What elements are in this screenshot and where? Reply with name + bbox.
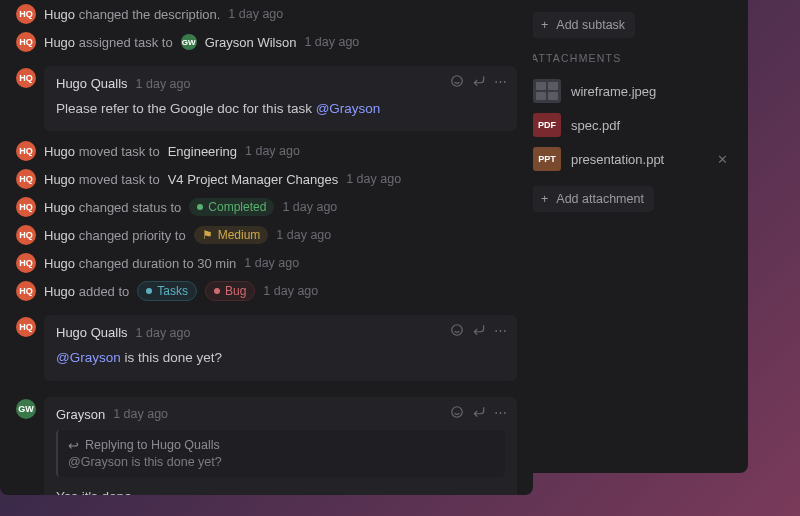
reply-arrow-icon: ↩ — [68, 438, 79, 453]
avatar: GW — [16, 399, 36, 419]
mention[interactable]: @Grayson — [56, 350, 121, 365]
plus-icon: + — [541, 192, 548, 206]
comment-body: Yes it's done. — [56, 487, 505, 496]
activity-log-row: HQ Hugo changed the description. 1 day a… — [0, 0, 533, 28]
timestamp: 1 day ago — [304, 35, 359, 49]
comment-body: Please refer to the Google doc for this … — [56, 99, 505, 119]
comment-card: ⋯ Hugo Qualls 1 day ago Please refer to … — [44, 66, 517, 131]
avatar: HQ — [16, 169, 36, 189]
avatar: HQ — [16, 141, 36, 161]
timestamp: 1 day ago — [276, 228, 331, 242]
activity-tags-row: HQ Hugo added to Tasks Bug 1 day ago — [0, 277, 533, 305]
attachments-heading: ATTACHMENTS — [531, 52, 734, 64]
svg-point-0 — [452, 76, 463, 87]
timestamp: 1 day ago — [113, 407, 168, 421]
attachment-row[interactable]: PDF spec.pdf — [531, 108, 734, 142]
add-attachment-button[interactable]: + Add attachment — [531, 186, 654, 212]
emoji-react-icon[interactable] — [450, 323, 464, 338]
reply-icon[interactable] — [472, 323, 486, 338]
svg-point-2 — [452, 406, 463, 417]
attachment-name: wireframe.jpeg — [571, 84, 732, 99]
avatar: HQ — [16, 317, 36, 337]
emoji-react-icon[interactable] — [450, 405, 464, 420]
target-link[interactable]: V4 Project Manager Changes — [168, 172, 339, 187]
timestamp: 1 day ago — [245, 144, 300, 158]
svg-point-1 — [452, 325, 463, 336]
activity-feed: HQ Hugo changed the description. 1 day a… — [0, 0, 533, 495]
timestamp: 1 day ago — [263, 284, 318, 298]
status-badge: Completed — [189, 198, 274, 216]
comment-author: Hugo Qualls — [56, 76, 128, 91]
activity-status-row: HQ Hugo changed status to Completed 1 da… — [0, 193, 533, 221]
comment-body: @Grayson is this done yet? — [56, 348, 505, 368]
timestamp: 1 day ago — [346, 172, 401, 186]
attachment-name: presentation.ppt — [571, 152, 703, 167]
avatar: HQ — [16, 253, 36, 273]
activity-duration-row: HQ Hugo changed duration to 30 min 1 day… — [0, 249, 533, 277]
comment-author: Hugo Qualls — [56, 325, 128, 340]
avatar: HQ — [16, 197, 36, 217]
avatar: HQ — [16, 225, 36, 245]
comment-reply-card: ⋯ Grayson 1 day ago ↩Replying to Hugo Qu… — [44, 397, 517, 496]
remove-attachment-icon[interactable]: ✕ — [713, 152, 732, 167]
plus-icon: + — [541, 18, 548, 32]
assignee-name: Grayson Wilson — [205, 35, 297, 50]
flag-icon: ⚑ — [202, 228, 213, 242]
target-link[interactable]: Engineering — [168, 144, 237, 159]
priority-badge: ⚑Medium — [194, 226, 269, 244]
attachments-panel: + Add subtask ATTACHMENTS wireframe.jpeg… — [517, 0, 748, 473]
mention[interactable]: @Grayson — [316, 101, 381, 116]
pdf-thumb-icon: PDF — [533, 113, 561, 137]
reply-icon[interactable] — [472, 405, 486, 420]
timestamp: 1 day ago — [244, 256, 299, 270]
attachment-row[interactable]: PPT presentation.ppt ✕ — [531, 142, 734, 176]
add-subtask-label: Add subtask — [556, 18, 625, 32]
reply-icon[interactable] — [472, 74, 486, 89]
activity-move-row: HQ Hugo moved task to V4 Project Manager… — [0, 165, 533, 193]
tag-badge[interactable]: Bug — [205, 281, 255, 301]
activity-assign-row: HQ Hugo assigned task to GW Grayson Wils… — [0, 28, 533, 56]
comment-author: Grayson — [56, 407, 105, 422]
assignee-avatar: GW — [181, 34, 197, 50]
avatar: HQ — [16, 32, 36, 52]
ppt-thumb-icon: PPT — [533, 147, 561, 171]
timestamp: 1 day ago — [136, 326, 191, 340]
avatar: HQ — [16, 4, 36, 24]
more-icon[interactable]: ⋯ — [494, 323, 507, 338]
avatar: HQ — [16, 68, 36, 88]
emoji-react-icon[interactable] — [450, 74, 464, 89]
reply-quote: ↩Replying to Hugo Qualls @Grayson is thi… — [56, 430, 505, 477]
activity-move-row: HQ Hugo moved task to Engineering 1 day … — [0, 137, 533, 165]
avatar: HQ — [16, 281, 36, 301]
attachment-row[interactable]: wireframe.jpeg — [531, 74, 734, 108]
attachment-name: spec.pdf — [571, 118, 732, 133]
activity-priority-row: HQ Hugo changed priority to ⚑Medium 1 da… — [0, 221, 533, 249]
timestamp: 1 day ago — [282, 200, 337, 214]
timestamp: 1 day ago — [228, 7, 283, 21]
add-attachment-label: Add attachment — [556, 192, 644, 206]
image-thumb-icon — [533, 79, 561, 103]
comment-card: ⋯ Hugo Qualls 1 day ago @Grayson is this… — [44, 315, 517, 380]
more-icon[interactable]: ⋯ — [494, 405, 507, 420]
more-icon[interactable]: ⋯ — [494, 74, 507, 89]
timestamp: 1 day ago — [136, 77, 191, 91]
tag-badge[interactable]: Tasks — [137, 281, 197, 301]
add-subtask-button[interactable]: + Add subtask — [531, 12, 635, 38]
